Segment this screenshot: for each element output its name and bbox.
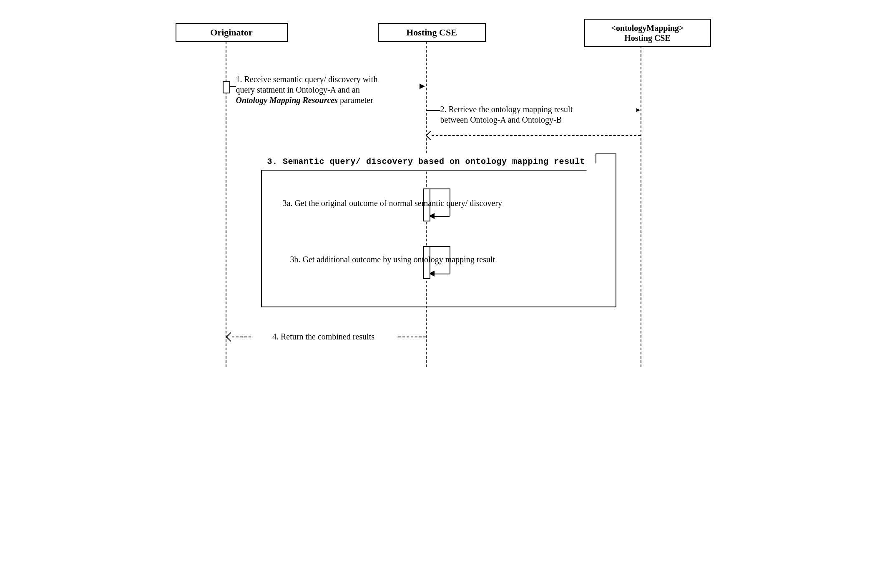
msg2-text: 2. Retrieve the ontology mapping result …	[440, 104, 636, 125]
actor-ontology-mapping-label-2: Hosting CSE	[624, 33, 671, 43]
actor-ontology-mapping-label-1: <ontologyMapping>	[611, 23, 684, 33]
fragment-label-box: 3. Semantic query/ discovery based on on…	[261, 153, 597, 171]
msg2-line2: between Ontolog-A and Ontology-B	[440, 115, 562, 124]
self-call-3b-top	[429, 246, 450, 247]
msg3b-text: 3b. Get additional outcome by using onto…	[290, 254, 565, 265]
msg4-text: 4. Return the combined results	[251, 332, 397, 342]
actor-ontology-mapping-box: <ontologyMapping> Hosting CSE	[584, 19, 711, 47]
actor-originator-label: Originator	[210, 27, 252, 38]
actor-originator-box: Originator	[176, 23, 288, 42]
msg1-italic: Ontology Mapping Resources	[236, 95, 338, 105]
msg1-line3-rest: parameter	[338, 95, 373, 105]
self-call-3a-bottom	[434, 216, 450, 217]
arrow-msg2-return	[432, 135, 641, 136]
fragment-label: 3. Semantic query/ discovery based on on…	[267, 157, 586, 166]
lifeline-ontology-mapping	[641, 46, 641, 367]
msg2-line1: 2. Retrieve the ontology mapping result	[440, 105, 573, 114]
actor-hosting-cse-label: Hosting CSE	[406, 27, 457, 38]
msg3a-text: 3a. Get the original outcome of normal s…	[283, 198, 566, 209]
msg1-text: 1. Receive semantic query/ discovery wit…	[236, 74, 420, 106]
self-call-3b-bottom	[434, 274, 450, 274]
self-call-3a-top	[429, 188, 450, 189]
msg1-line2: query statment in Ontology-A and an	[236, 85, 360, 94]
msg1-line1: 1. Receive semantic query/ discovery wit…	[236, 75, 378, 84]
arrowhead-msg1	[419, 83, 425, 89]
sequence-diagram: Originator Hosting CSE <ontologyMapping>…	[169, 8, 703, 371]
actor-hosting-cse-box: Hosting CSE	[378, 23, 486, 42]
activation-originator	[223, 81, 230, 93]
fragment-box	[261, 153, 616, 307]
